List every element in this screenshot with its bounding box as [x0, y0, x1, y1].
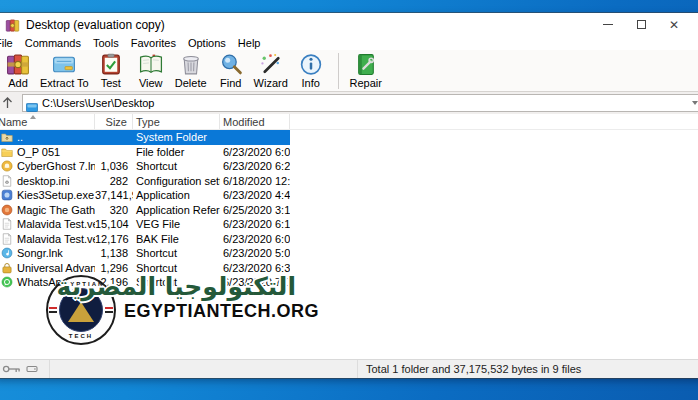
find-button[interactable]: Find: [211, 52, 251, 89]
key-icon: [2, 364, 22, 374]
address-path-combobox[interactable]: C:\Users\User\Desktop: [22, 94, 698, 112]
file-type: VEG File: [133, 218, 220, 230]
delete-button[interactable]: Delete: [171, 52, 211, 89]
window-controls: ✕: [588, 13, 687, 36]
table-row[interactable]: Malavida Test.ve... 12,176 BAK File 6/23…: [0, 232, 290, 247]
desktop-folder-icon: [26, 98, 38, 108]
extract-to-button[interactable]: Extract To: [38, 52, 91, 89]
file-modified: 6/18/2020 12:2...: [220, 175, 290, 187]
view-book-icon: [138, 52, 164, 77]
file-type: Shortcut: [133, 160, 220, 172]
column-headers: Name Size Type Modified: [0, 114, 698, 130]
info-button[interactable]: Info: [291, 52, 331, 89]
table-row[interactable]: Kies3Setup.exe 37,141,984 Application 6/…: [0, 188, 290, 203]
chevron-down-icon[interactable]: [692, 101, 698, 105]
table-row[interactable]: Magic The Gath... 320 Application Refere…: [0, 203, 290, 218]
config-file-icon: [1, 175, 13, 187]
menu-file[interactable]: File: [0, 36, 19, 50]
toolbar-separator: [338, 53, 339, 89]
file-name: Songr.lnk: [17, 247, 63, 259]
table-row[interactable]: Songr.lnk 1,138 Shortcut 6/23/2020 5:07 …: [0, 246, 290, 261]
menu-help[interactable]: Help: [232, 36, 267, 50]
table-row-parent-dir[interactable]: .. System Folder: [0, 130, 290, 145]
title-bar[interactable]: Desktop (evaluation copy) ✕: [0, 13, 698, 36]
repair-button[interactable]: Repair: [346, 52, 386, 89]
winrar-app-icon: [5, 18, 20, 32]
songr-icon: [1, 247, 13, 259]
column-header-type[interactable]: Type: [133, 114, 220, 129]
table-row[interactable]: Universal Advan... 1,296 Shortcut 6/23/2…: [0, 261, 290, 276]
close-button[interactable]: ✕: [661, 13, 687, 36]
file-type: Shortcut: [133, 247, 220, 259]
table-row[interactable]: desktop.ini 282 Configuration setti... 6…: [0, 174, 290, 189]
toolbar-button-label: Extract To: [40, 77, 89, 89]
file-modified: 6/25/2020 3:13 ...: [220, 204, 290, 216]
add-archive-icon: [5, 52, 31, 77]
delete-trash-icon: [178, 52, 204, 77]
file-modified: 6/23/2020 6:07 ...: [220, 146, 290, 158]
menu-favorites[interactable]: Favorites: [125, 36, 182, 50]
add-button[interactable]: Add: [0, 52, 38, 89]
file-name: Universal Advan...: [17, 262, 95, 274]
test-button[interactable]: Test: [91, 52, 131, 89]
extract-to-folder-icon: [51, 52, 77, 77]
file-size: 282: [95, 175, 133, 187]
app-reference-icon: [1, 204, 13, 216]
column-header-label: Name: [0, 116, 27, 128]
window-title: Desktop (evaluation copy): [26, 18, 165, 32]
file-size: 1,036: [95, 160, 133, 172]
table-row[interactable]: CyberGhost 7.lnk 1,036 Shortcut 6/23/202…: [0, 159, 290, 174]
toolbar-button-label: Find: [220, 77, 241, 89]
file-size: 12,176: [95, 233, 133, 245]
repair-book-icon: [353, 52, 379, 77]
column-header-modified[interactable]: Modified: [220, 114, 290, 129]
find-magnifier-icon: [218, 52, 244, 77]
menu-tools[interactable]: Tools: [87, 36, 125, 50]
file-size: 15,104: [95, 218, 133, 230]
file-name: ..: [17, 131, 23, 143]
toolbar-button-label: Delete: [175, 77, 207, 89]
document-icon: [1, 218, 13, 230]
menu-bar: File Commands Tools Favorites Options He…: [0, 36, 698, 50]
file-type: File folder: [133, 146, 220, 158]
file-modified: 6/23/2020 5:07 ...: [220, 247, 290, 259]
column-header-name[interactable]: Name: [0, 114, 95, 129]
table-row[interactable]: WhatsApp.lnk 2,196 Shortcut 6/23/2020 7:…: [0, 275, 290, 290]
file-type: Shortcut: [133, 262, 220, 274]
file-name: WhatsApp.lnk: [17, 276, 85, 288]
whatsapp-icon: [1, 276, 13, 288]
file-type: BAK File: [133, 233, 220, 245]
file-name: Malavida Test.veg: [17, 218, 95, 230]
winrar-window: Desktop (evaluation copy) ✕ File Command…: [0, 13, 698, 378]
sort-ascending-icon: [30, 115, 36, 119]
up-directory-button[interactable]: [0, 94, 18, 112]
toolbar-button-label: Info: [302, 77, 320, 89]
file-modified: 6/23/2020 4:47 ...: [220, 189, 290, 201]
file-name: O_P 051: [17, 146, 60, 158]
view-button[interactable]: View: [131, 52, 171, 89]
menu-commands[interactable]: Commands: [19, 36, 87, 50]
file-type: Configuration setti...: [133, 175, 220, 187]
status-icons: [0, 360, 50, 378]
maximize-button[interactable]: [628, 13, 654, 36]
file-name: Magic The Gath...: [17, 204, 95, 216]
drive-icon: [26, 364, 38, 374]
status-bar: Total 1 folder and 37,175,532 bytes in 9…: [0, 359, 698, 378]
status-totals-text: Total 1 folder and 37,175,532 bytes in 9…: [358, 363, 581, 375]
wizard-button[interactable]: Wizard: [251, 52, 291, 89]
file-modified: 6/23/2020 6:24 ...: [220, 160, 290, 172]
table-row[interactable]: O_P 051 File folder 6/23/2020 6:07 ...: [0, 145, 290, 160]
file-modified: 6/23/2020 6:35 ...: [220, 262, 290, 274]
file-size: 2,196: [95, 276, 133, 288]
document-icon: [1, 233, 13, 245]
menu-options[interactable]: Options: [182, 36, 232, 50]
toolbar-button-label: Wizard: [254, 77, 288, 89]
table-row[interactable]: Malavida Test.veg 15,104 VEG File 6/23/2…: [0, 217, 290, 232]
toolbar-button-label: Test: [101, 77, 121, 89]
toolbar-button-label: Repair: [350, 77, 382, 89]
column-header-size[interactable]: Size: [95, 114, 133, 129]
test-clipboard-icon: [98, 52, 124, 77]
file-size: 320: [95, 204, 133, 216]
minimize-button[interactable]: [595, 13, 621, 36]
wizard-wand-icon: [258, 52, 284, 77]
